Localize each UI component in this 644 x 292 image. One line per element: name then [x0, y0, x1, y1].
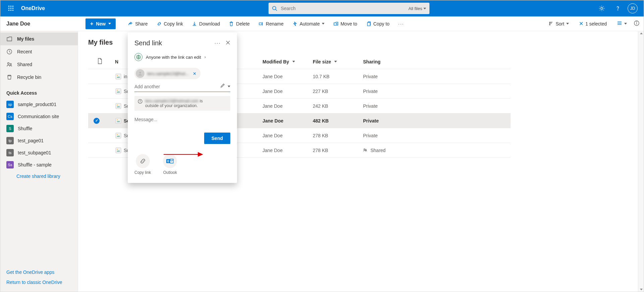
help-button[interactable] — [611, 2, 624, 15]
sort-label: Sort — [555, 21, 564, 27]
dialog-close-button[interactable] — [226, 40, 230, 46]
create-shared-library-link[interactable]: Create shared library — [0, 171, 78, 179]
chevron-down-icon — [334, 61, 337, 62]
sidebar-item-my-files[interactable]: My files — [0, 33, 78, 45]
new-button[interactable]: + New — [85, 18, 116, 29]
brand-name[interactable]: OneDrive — [21, 5, 45, 11]
quick-access-item[interactable]: spsample_product01 — [0, 98, 78, 110]
link-settings-button[interactable]: Anyone with the link can edit › — [134, 53, 230, 61]
app-launcher-button[interactable] — [3, 0, 19, 16]
cmd-copy-to-label: Copy to — [373, 21, 390, 27]
cmd-copy-link[interactable]: Copy link — [153, 18, 187, 29]
col-sharing[interactable]: Sharing — [363, 59, 380, 64]
svg-point-2 — [601, 7, 603, 9]
svg-point-19 — [117, 119, 118, 120]
cmd-copy-link-label: Copy link — [164, 21, 183, 27]
pencil-icon — [220, 83, 225, 88]
svg-point-8 — [636, 21, 637, 22]
recipient-chip[interactable]: teru.sample13@hot... ✕ — [134, 68, 200, 79]
remove-recipient-button[interactable]: ✕ — [191, 71, 198, 76]
file-sharing: Private — [363, 89, 420, 94]
message-input[interactable] — [134, 117, 230, 122]
sidebar: My filesRecentSharedRecycle bin Quick Ac… — [0, 31, 78, 292]
svg-rect-12 — [116, 74, 121, 79]
nav-icon — [6, 61, 12, 67]
file-modified-by: Jane Doe — [262, 74, 313, 79]
cmd-rename-label: Rename — [266, 21, 284, 27]
col-file-size[interactable]: File size — [313, 59, 331, 64]
file-modified-by: Jane Doe — [262, 103, 313, 109]
cmd-download[interactable]: Download — [188, 18, 223, 29]
search-scope-dropdown[interactable]: All files — [408, 6, 426, 11]
sort-button[interactable]: Sort — [545, 18, 572, 29]
user-avatar[interactable]: JD — [628, 3, 638, 13]
file-sharing: Private — [363, 133, 420, 138]
col-name[interactable]: N — [115, 59, 118, 64]
svg-rect-20 — [116, 133, 121, 138]
command-bar: Jane Doe + New Share Copy link Download … — [0, 16, 644, 31]
cmd-move-to[interactable]: Move to — [330, 18, 361, 29]
file-modified-by: Jane Doe — [262, 89, 313, 94]
classic-view-link[interactable]: Return to classic OneDrive — [6, 280, 72, 285]
search-input[interactable] — [277, 6, 408, 11]
move-icon — [333, 21, 339, 27]
svg-rect-22 — [116, 148, 121, 153]
file-icon — [115, 117, 122, 124]
qa-label: Shuffle - sample — [18, 162, 52, 167]
outlook-action[interactable]: Outlook — [163, 154, 177, 175]
cmd-delete[interactable]: Delete — [225, 18, 253, 29]
info-icon — [634, 20, 640, 26]
vertical-scrollbar[interactable] — [638, 31, 644, 292]
sidebar-item-shared[interactable]: Shared — [0, 58, 78, 71]
cmd-automate[interactable]: Automate — [289, 18, 328, 29]
cmd-overflow[interactable]: ··· — [395, 18, 408, 29]
file-size: 278 KB — [313, 133, 363, 138]
checkmark-icon: ✓ — [94, 118, 100, 124]
callout-email: teru.sample13@hotmail.com — [145, 99, 198, 103]
chevron-down-icon — [108, 23, 111, 25]
quick-access-item[interactable]: SShuffle — [0, 123, 78, 135]
search-icon — [272, 6, 277, 11]
file-sharing: Private — [363, 74, 420, 79]
info-icon — [138, 99, 142, 105]
sidebar-item-recent[interactable]: Recent — [0, 45, 78, 58]
copy-link-action[interactable]: Copy link — [134, 154, 151, 175]
search-box[interactable]: All files — [269, 3, 429, 14]
cmd-move-to-label: Move to — [341, 21, 357, 27]
permission-button[interactable] — [220, 83, 225, 90]
site-icon: tp — [6, 137, 14, 144]
qa-label: sample_product01 — [18, 102, 56, 107]
sidebar-item-recycle-bin[interactable]: Recycle bin — [0, 71, 78, 84]
cmd-rename[interactable]: Rename — [255, 18, 287, 29]
svg-rect-16 — [116, 103, 121, 109]
nav-icon — [6, 49, 12, 55]
site-icon: ts — [6, 149, 14, 156]
send-button[interactable]: Send — [204, 133, 230, 144]
quick-access-heading: Quick Access — [0, 84, 78, 98]
cmd-share[interactable]: Share — [124, 18, 151, 29]
col-modified-by[interactable]: Modified By — [262, 59, 289, 64]
details-pane-button[interactable] — [634, 20, 640, 28]
cmd-automate-label: Automate — [300, 21, 320, 27]
quick-access-item[interactable]: SsShuffle - sample — [0, 159, 78, 171]
get-apps-link[interactable]: Get the OneDrive apps — [6, 270, 72, 275]
rename-icon — [258, 21, 264, 27]
app-header: OneDrive All files JD — [0, 0, 644, 16]
copy-link-label: Copy link — [134, 170, 151, 175]
svg-rect-4 — [259, 23, 262, 25]
clear-selection[interactable]: ✕ 1 selected — [576, 18, 610, 29]
settings-button[interactable] — [595, 2, 608, 15]
chevron-down-icon — [423, 8, 426, 9]
file-icon — [115, 103, 122, 109]
quick-access-item[interactable]: tstest_subpage01 — [0, 147, 78, 159]
sort-icon — [548, 21, 553, 27]
view-toggle[interactable] — [613, 18, 630, 29]
quick-access-item[interactable]: tptest_page01 — [0, 135, 78, 147]
file-modified-by: Jane Doe — [262, 133, 313, 138]
qa-label: test_subpage01 — [18, 150, 51, 155]
dialog-more-button[interactable]: ··· — [215, 40, 221, 46]
cmd-share-label: Share — [135, 21, 148, 27]
cmd-copy-to[interactable]: Copy to — [363, 18, 393, 29]
quick-access-item[interactable]: CsCommunication site — [0, 110, 78, 123]
add-recipient-input[interactable] — [134, 84, 217, 89]
